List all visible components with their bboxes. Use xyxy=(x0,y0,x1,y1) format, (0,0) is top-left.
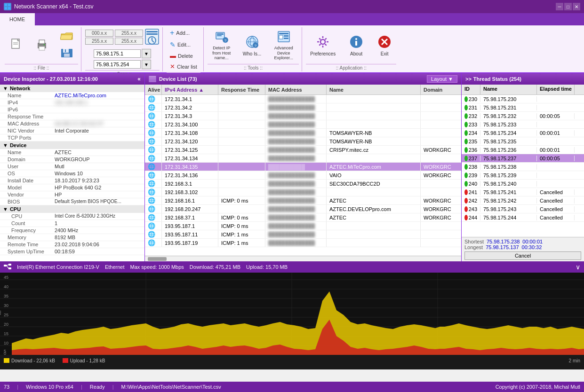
start-ip-input[interactable] xyxy=(94,49,141,58)
open-file-btn[interactable] xyxy=(56,29,78,45)
inspector-install-label: Install Date xyxy=(8,178,55,183)
inspector-response-row: Response Time xyxy=(0,113,144,120)
thread-row[interactable]: 236 75.98.175.236 00:00:01 xyxy=(462,146,584,154)
alive-icon: 🌐 xyxy=(148,197,155,204)
about-btn[interactable]: About xyxy=(344,28,368,62)
svg-line-61 xyxy=(7,265,8,266)
th-thread-id[interactable]: ID xyxy=(462,85,480,94)
th-thread-name[interactable]: Name xyxy=(480,85,537,94)
inspector-cpu-section[interactable]: ▼ CPU xyxy=(0,205,144,213)
table-row[interactable]: 🌐 172.31.34.3 ██████████████ xyxy=(145,112,461,120)
status-copyright: Copyright (c) 2007-2018, Michal Mutl xyxy=(496,384,580,390)
horizontal-scrollbar[interactable] xyxy=(145,256,461,261)
range-display2-top: 255.x.x xyxy=(115,30,143,37)
end-ip-picker-btn[interactable]: ▼ xyxy=(142,60,151,69)
svg-rect-54 xyxy=(149,76,156,78)
svg-rect-23 xyxy=(217,33,224,35)
detect-ip-btn[interactable]: ? Detect IP from Host name... xyxy=(208,28,236,62)
inspector-network-section[interactable]: ▼ Network xyxy=(0,85,144,92)
th-mac[interactable]: MAC Address xyxy=(265,85,327,94)
thread-table-header: ID Name Elapsed time xyxy=(462,85,584,95)
save-file-btn[interactable] xyxy=(56,46,78,62)
table-row[interactable]: 🌐 172.31.34.108 ██████████████ TOMSAWYER… xyxy=(145,129,461,137)
table-row[interactable]: 🌐 172.31.34.134 ██████████████ xyxy=(145,154,461,163)
table-row[interactable]: 🌐 172.31.34.136 ██████████████ VAIO WORK… xyxy=(145,171,461,180)
end-ip-input[interactable] xyxy=(94,60,141,69)
range-display2-bottom: 255.x.x xyxy=(115,38,143,45)
print-btn[interactable] xyxy=(30,28,54,62)
table-row[interactable]: 🌐 172.31.34.125 ██████████████ CRISPY.mi… xyxy=(145,146,461,154)
edit-btn[interactable]: ✎ Edit... xyxy=(167,39,194,50)
thread-status-icon xyxy=(464,198,468,204)
thread-row[interactable]: 244 75.98.175.244 Cancelled xyxy=(462,213,584,222)
alive-icon: 🌐 xyxy=(148,163,155,170)
thread-row[interactable]: 241 75.98.175.241 Cancelled xyxy=(462,188,584,196)
th-domain[interactable]: Domain xyxy=(421,85,462,94)
thread-row[interactable]: 238 75.98.175.238 xyxy=(462,163,584,171)
th-response[interactable]: Response Time xyxy=(218,85,265,94)
table-row-selected[interactable]: 🌐 172.31.34.135 ██████████ AZTEC.MiTeCpr… xyxy=(145,163,461,171)
maximize-btn[interactable]: □ xyxy=(564,3,572,10)
table-row[interactable]: 🌐 172.31.34.120 ██████████████ TOMSAWYER… xyxy=(145,137,461,146)
inspector-nic-row: NIC Vendor Intel Corporate xyxy=(0,127,144,134)
table-row[interactable]: 🌐 192.168.20.247 ██████████████ AZTEC.DE… xyxy=(145,205,461,213)
thread-row[interactable]: 230 75.98.175.230 xyxy=(462,95,584,103)
device-section-expand-icon: ▼ xyxy=(3,142,8,148)
thread-row[interactable]: 235 75.98.175.235 xyxy=(462,137,584,146)
advanced-btn[interactable]: Advanced Device Explorer... xyxy=(268,28,299,62)
inspector-os-value: Windows 10 xyxy=(55,171,142,176)
new-file-btn[interactable] xyxy=(5,28,28,62)
thread-status-icon xyxy=(464,122,468,127)
device-list-panel: Device List (73) Layout ▼ Alive IPv4 Add… xyxy=(145,73,462,261)
thread-row[interactable]: 234 75.98.175.234 00:00:01 xyxy=(462,129,584,137)
thread-row[interactable]: 242 75.98.175.242 Cancelled xyxy=(462,196,584,205)
tab-home[interactable]: HOME xyxy=(0,13,35,25)
svg-text:?: ? xyxy=(254,44,256,48)
thread-row-highlighted[interactable]: 237 75.98.175.237 00:00:05 xyxy=(462,154,584,163)
table-row[interactable]: 🌐 193.95.187.1 ICMP: 0 ms ██████████████ xyxy=(145,222,461,230)
close-btn[interactable]: ✕ xyxy=(573,3,580,10)
delete-btn[interactable]: ▬ Delete xyxy=(167,51,196,61)
preferences-btn[interactable]: Preferences xyxy=(306,28,340,62)
svg-point-38 xyxy=(320,39,325,44)
th-name[interactable]: Name xyxy=(327,85,421,94)
exit-btn[interactable]: Exit xyxy=(373,28,396,62)
clear-list-btn[interactable]: ✕ Clear list xyxy=(167,62,200,71)
table-row[interactable]: 🌐 172.31.34.1 ██████████████ xyxy=(145,95,461,103)
alive-icon: 🌐 xyxy=(148,231,155,238)
table-row[interactable]: 🌐 172.31.34.2 ██████████████ xyxy=(145,103,461,112)
thread-row[interactable]: 233 75.98.175.233 xyxy=(462,120,584,129)
table-row[interactable]: 🌐 192.168.3.1 ██████████████ SEC30CDA79B… xyxy=(145,180,461,188)
th-ipv4[interactable]: IPv4 Address ▲ xyxy=(162,85,218,94)
th-alive[interactable]: Alive xyxy=(145,85,162,94)
svg-text:20: 20 xyxy=(4,322,8,327)
cancel-btn[interactable]: Cancel xyxy=(464,251,581,260)
th-thread-elapsed[interactable]: Elapsed time xyxy=(537,85,575,94)
table-row[interactable]: 🌐 172.31.34.100 ██████████████ xyxy=(145,120,461,129)
inspector-device-section[interactable]: ▼ Device xyxy=(0,141,144,149)
thread-row[interactable]: 232 75.98.175.232 00:00:05 xyxy=(462,112,584,120)
chart-collapse-btn[interactable]: ∨ xyxy=(576,263,580,271)
inspector-freq-label: Frequency xyxy=(8,227,55,233)
whois-btn[interactable]: ? Who Is... xyxy=(239,28,265,62)
thread-row[interactable]: 240 75.98.175.240 xyxy=(462,180,584,188)
thread-status-icon xyxy=(464,164,468,170)
thread-row[interactable]: 243 75.98.175.243 Cancelled xyxy=(462,205,584,213)
table-row[interactable]: 🌐 193.95.187.11 ICMP: 1 ms █████████████… xyxy=(145,230,461,239)
inspector-cpu-label: CPU xyxy=(8,213,55,219)
table-row[interactable]: 🌐 192.168.37.1 ICMP: 0 ms ██████████████… xyxy=(145,213,461,222)
minimize-btn[interactable]: ─ xyxy=(556,3,563,10)
table-row[interactable]: 🌐 193.95.187.19 ICMP: 1 ms █████████████… xyxy=(145,239,461,247)
start-ip-picker-btn[interactable]: ▼ xyxy=(142,49,151,58)
thread-row[interactable]: 231 75.98.175.231 xyxy=(462,103,584,112)
layout-btn[interactable]: Layout ▼ xyxy=(427,75,457,83)
add-btn[interactable]: + Add... xyxy=(167,27,193,39)
table-row[interactable]: 🌐 192.168.3.102 ██████████████ xyxy=(145,188,461,196)
thread-row[interactable]: 239 75.98.175.239 xyxy=(462,171,584,180)
inspector-freq-row: Frequency 2400 MHz xyxy=(0,227,144,234)
delete-icon: ▬ xyxy=(170,52,176,59)
svg-text:35: 35 xyxy=(4,294,8,298)
inspector-bios-label: BIOS xyxy=(8,199,55,204)
table-row[interactable]: 🌐 192.168.16.1 ICMP: 0 ms ██████████████… xyxy=(145,196,461,205)
device-inspector-collapse-btn[interactable]: « xyxy=(137,76,141,82)
